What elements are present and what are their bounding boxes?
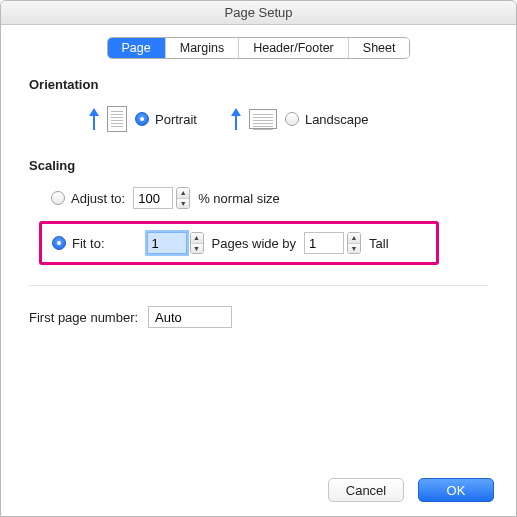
dialog-footer: Cancel OK (328, 478, 494, 502)
portrait-arrow-icon (89, 108, 99, 130)
chevron-down-icon[interactable]: ▼ (348, 244, 360, 254)
segmented-control: Page Margins Header/Footer Sheet (107, 37, 411, 59)
cancel-button[interactable]: Cancel (328, 478, 404, 502)
window-title: Page Setup (1, 1, 516, 25)
radio-dot-icon (52, 236, 66, 250)
portrait-page-icon (107, 106, 127, 132)
fit-wide-stepper[interactable]: ▲ ▼ (190, 232, 204, 254)
fit-to-row: Fit to: ▲ ▼ Pages wide by ▲ (52, 232, 426, 254)
ok-button[interactable]: OK (418, 478, 494, 502)
fit-to-label: Fit to: (72, 236, 105, 251)
tab-margins[interactable]: Margins (165, 38, 238, 58)
portrait-radio[interactable]: Portrait (135, 112, 197, 127)
radio-dot-icon (135, 112, 149, 126)
chevron-up-icon[interactable]: ▲ (191, 233, 203, 244)
tab-header-footer[interactable]: Header/Footer (238, 38, 348, 58)
fit-wide-input-group: ▲ ▼ (147, 232, 204, 254)
chevron-up-icon[interactable]: ▲ (177, 188, 189, 199)
fit-tall-stepper[interactable]: ▲ ▼ (347, 232, 361, 254)
fit-tall-input[interactable] (304, 232, 344, 254)
adjust-to-input[interactable] (133, 187, 173, 209)
divider (29, 285, 488, 286)
chevron-up-icon[interactable]: ▲ (348, 233, 360, 244)
first-page-number-label: First page number: (29, 310, 138, 325)
tab-bar: Page Margins Header/Footer Sheet (1, 37, 516, 59)
tab-sheet[interactable]: Sheet (348, 38, 410, 58)
fit-wide-input[interactable] (147, 232, 187, 254)
orientation-row: Portrait Landscape (89, 106, 488, 132)
fit-tall-suffix: Tall (369, 236, 389, 251)
dialog-content: Orientation Portrait Landscape Scaling A… (1, 77, 516, 328)
adjust-to-suffix: % normal size (198, 191, 280, 206)
landscape-label: Landscape (305, 112, 369, 127)
fit-tall-input-group: ▲ ▼ (304, 232, 361, 254)
chevron-down-icon[interactable]: ▼ (177, 199, 189, 209)
page-setup-dialog: Page Setup Page Margins Header/Footer Sh… (0, 0, 517, 517)
tab-page[interactable]: Page (108, 38, 165, 58)
portrait-label: Portrait (155, 112, 197, 127)
landscape-radio[interactable]: Landscape (285, 112, 369, 127)
adjust-to-input-group: ▲ ▼ (133, 187, 190, 209)
adjust-to-label: Adjust to: (71, 191, 125, 206)
adjust-to-radio[interactable]: Adjust to: (51, 191, 125, 206)
adjust-to-stepper[interactable]: ▲ ▼ (176, 187, 190, 209)
landscape-page-icon (249, 109, 277, 129)
fit-middle-label: Pages wide by (212, 236, 297, 251)
fit-to-radio[interactable]: Fit to: (52, 236, 105, 251)
scaling-title: Scaling (29, 158, 488, 173)
adjust-to-row: Adjust to: ▲ ▼ % normal size (51, 187, 488, 209)
orientation-title: Orientation (29, 77, 488, 92)
radio-dot-icon (285, 112, 299, 126)
landscape-arrow-icon (231, 108, 241, 130)
radio-dot-icon (51, 191, 65, 205)
scaling-rows: Adjust to: ▲ ▼ % normal size Fit to: (51, 187, 488, 265)
chevron-down-icon[interactable]: ▼ (191, 244, 203, 254)
first-page-number-input[interactable] (148, 306, 232, 328)
first-page-number-row: First page number: (29, 306, 488, 328)
fit-to-highlight: Fit to: ▲ ▼ Pages wide by ▲ (39, 221, 439, 265)
